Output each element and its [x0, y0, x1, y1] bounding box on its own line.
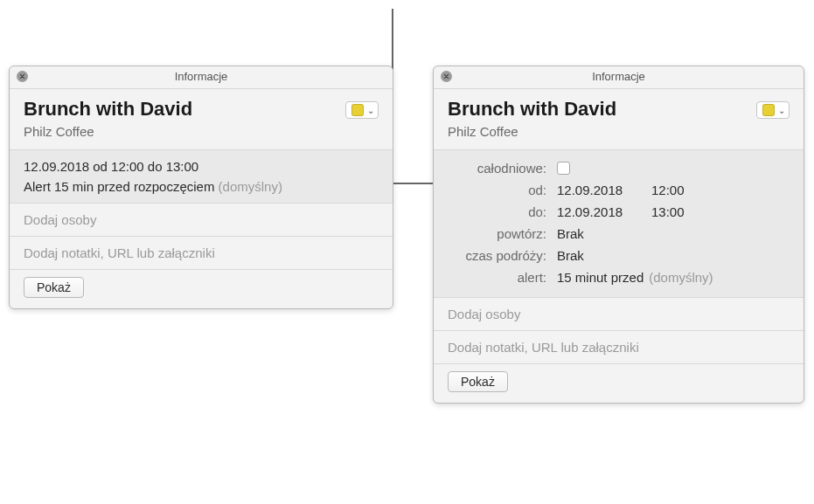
allday-label: całodniowe: — [448, 161, 557, 176]
alert-default-label: (domyślny) — [219, 179, 282, 194]
calendar-color-picker[interactable]: ⌄ — [756, 101, 790, 119]
close-button[interactable] — [17, 71, 28, 82]
invitees-field[interactable]: Dodaj osoby — [434, 298, 804, 331]
chevron-down-icon: ⌄ — [367, 106, 374, 115]
event-header: Brunch with David Philz Coffee ⌄ — [10, 89, 393, 150]
from-row: od: 12.09.2018 12:00 — [448, 179, 790, 201]
event-location[interactable]: Philz Coffee — [448, 124, 756, 139]
event-info-window-collapsed: Informacje Brunch with David Philz Coffe… — [9, 66, 393, 309]
to-label: do: — [448, 204, 557, 219]
close-icon — [443, 73, 449, 79]
travel-value[interactable]: Brak — [557, 248, 584, 263]
to-time[interactable]: 13:00 — [651, 204, 695, 219]
titlebar: Informacje — [434, 66, 804, 89]
repeat-label: powtórz: — [448, 226, 557, 241]
alert-text: Alert 15 min przed rozpoczęciem — [24, 179, 214, 194]
close-button[interactable] — [441, 71, 452, 82]
travel-row: czas podróży: Brak — [448, 245, 790, 266]
alert-default-label: (domyślny) — [649, 270, 713, 285]
alert-value[interactable]: 15 minut przed — [557, 270, 644, 285]
to-row: do: 12.09.2018 13:00 — [448, 201, 790, 223]
footer: Pokaż — [10, 270, 393, 308]
allday-row: całodniowe: — [448, 157, 790, 179]
time-detail-block: całodniowe: od: 12.09.2018 12:00 do: 12.… — [434, 150, 804, 298]
show-button[interactable]: Pokaż — [448, 371, 508, 392]
from-time[interactable]: 12:00 — [651, 183, 695, 197]
event-title[interactable]: Brunch with David — [448, 98, 756, 121]
from-label: od: — [448, 183, 557, 197]
show-button[interactable]: Pokaż — [24, 277, 84, 298]
calendar-swatch-icon — [351, 104, 364, 116]
event-header: Brunch with David Philz Coffee ⌄ — [434, 89, 804, 150]
repeat-value[interactable]: Brak — [557, 226, 584, 241]
event-title[interactable]: Brunch with David — [24, 98, 345, 121]
to-date[interactable]: 12.09.2018 — [557, 204, 636, 219]
close-icon — [19, 73, 25, 79]
notes-field[interactable]: Dodaj notatki, URL lub załączniki — [10, 237, 393, 270]
window-title: Informacje — [17, 70, 386, 83]
window-title: Informacje — [441, 70, 797, 83]
event-info-window-expanded: Informacje Brunch with David Philz Coffe… — [433, 66, 804, 404]
notes-field[interactable]: Dodaj notatki, URL lub załączniki — [434, 331, 804, 364]
event-location[interactable]: Philz Coffee — [24, 124, 345, 139]
alert-summary: Alert 15 min przed rozpoczęciem (domyśln… — [24, 179, 379, 194]
time-range-text: 12.09.2018 od 12:00 do 13:00 — [24, 159, 379, 174]
from-date[interactable]: 12.09.2018 — [557, 183, 636, 197]
calendar-color-picker[interactable]: ⌄ — [345, 101, 379, 119]
time-summary[interactable]: 12.09.2018 od 12:00 do 13:00 Alert 15 mi… — [10, 150, 393, 204]
repeat-row: powtórz: Brak — [448, 223, 790, 245]
titlebar: Informacje — [10, 66, 393, 89]
allday-checkbox[interactable] — [557, 162, 570, 175]
chevron-down-icon: ⌄ — [778, 106, 785, 115]
footer: Pokaż — [434, 364, 804, 403]
alert-row: alert: 15 minut przed (domyślny) — [448, 266, 790, 288]
travel-label: czas podróży: — [448, 248, 557, 263]
alert-label: alert: — [448, 270, 557, 285]
calendar-swatch-icon — [762, 104, 775, 116]
invitees-field[interactable]: Dodaj osoby — [10, 204, 393, 237]
